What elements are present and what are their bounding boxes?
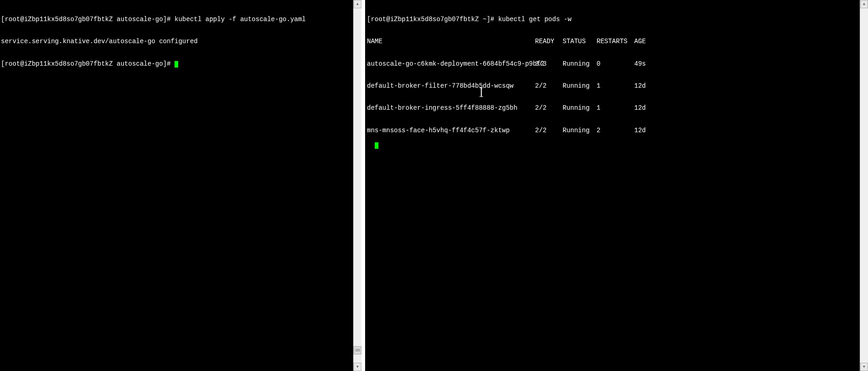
cell-age: 49s <box>634 60 657 67</box>
cell-restarts: 2 <box>597 127 634 134</box>
cell-ready: 3/3 <box>535 60 563 67</box>
cell-ready: 2/2 <box>535 127 563 134</box>
header-ready: READY <box>535 38 563 45</box>
scrollbar-left[interactable]: ▲ ▼ <box>353 0 361 371</box>
terminal-pane-left[interactable]: [root@iZbp11kx5d8so7gb07fbtkZ autoscale-… <box>0 0 353 371</box>
table-row: autoscale-go-c6kmk-deployment-6684bf54c9… <box>367 60 860 67</box>
cell-age: 12d <box>634 82 657 90</box>
cell-restarts: 1 <box>597 104 634 112</box>
command-text: kubectl apply -f autoscale-go.yaml <box>175 16 306 23</box>
cell-status: Running <box>563 82 597 90</box>
terminal-pane-right[interactable]: [root@iZbp11kx5d8so7gb07fbtkZ ~]# kubect… <box>365 0 860 371</box>
header-status: STATUS <box>563 38 597 45</box>
scroll-track[interactable] <box>860 8 868 363</box>
table-row: mns-mnsoss-face-h5vhq-ff4f4c57f-zktwp 2/… <box>367 127 860 134</box>
scroll-up-button[interactable]: ▲ <box>860 0 868 8</box>
scroll-handle[interactable] <box>354 346 361 354</box>
cell-status: Running <box>563 104 597 112</box>
cell-ready: 2/2 <box>535 104 563 112</box>
terminal-line: [root@iZbp11kx5d8so7gb07fbtkZ autoscale-… <box>1 16 353 23</box>
command-text: kubectl get pods -w <box>498 16 572 23</box>
terminal-line: [root@iZbp11kx5d8so7gb07fbtkZ ~]# kubect… <box>367 16 860 23</box>
table-row: default-broker-ingress-5ff4f88888-zg5bh … <box>367 104 860 112</box>
terminal-output-line: service.serving.knative.dev/autoscale-go… <box>1 38 353 45</box>
cursor-icon <box>375 142 378 149</box>
scroll-down-button[interactable]: ▼ <box>354 363 361 371</box>
cell-age: 12d <box>634 104 657 112</box>
cell-ready: 2/2 <box>535 82 563 90</box>
cell-name: autoscale-go-c6kmk-deployment-6684bf54c9… <box>367 60 535 67</box>
cell-name: default-broker-ingress-5ff4f88888-zg5bh <box>367 104 535 112</box>
text-caret-icon <box>481 89 482 96</box>
cell-name: default-broker-filter-778bd4b5dd-wcsqw <box>367 82 535 90</box>
scroll-up-button[interactable]: ▲ <box>354 0 361 8</box>
pane-divider[interactable] <box>361 0 365 371</box>
prompt-text: [root@iZbp11kx5d8so7gb07fbtkZ ~]# <box>367 16 498 23</box>
header-name: NAME <box>367 38 535 45</box>
scrollbar-right[interactable]: ▲ ▼ <box>860 0 868 371</box>
cell-status: Running <box>563 60 597 67</box>
header-restarts: RESTARTS <box>597 38 634 45</box>
cell-restarts: 0 <box>597 60 634 67</box>
cell-age: 12d <box>634 127 657 134</box>
scroll-down-button[interactable]: ▼ <box>860 363 868 371</box>
table-header: NAME READY STATUS RESTARTS AGE <box>367 38 860 45</box>
cell-restarts: 1 <box>597 82 634 90</box>
prompt-text: [root@iZbp11kx5d8so7gb07fbtkZ autoscale-… <box>1 16 175 23</box>
scroll-track[interactable] <box>354 8 361 363</box>
prompt-text: [root@iZbp11kx5d8so7gb07fbtkZ autoscale-… <box>1 60 175 67</box>
cursor-icon <box>175 61 178 67</box>
terminal-line: [root@iZbp11kx5d8so7gb07fbtkZ autoscale-… <box>1 60 353 67</box>
cell-name: mns-mnsoss-face-h5vhq-ff4f4c57f-zktwp <box>367 127 535 134</box>
cell-status: Running <box>563 127 597 134</box>
header-age: AGE <box>634 38 657 45</box>
table-row: default-broker-filter-778bd4b5dd-wcsqw 2… <box>367 82 860 90</box>
